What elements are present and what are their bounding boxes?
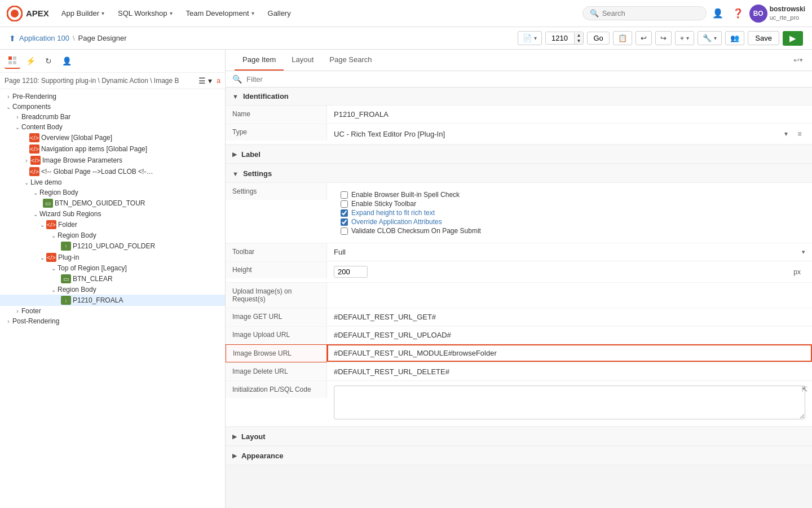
utilities-btn[interactable]: 🔧 ▾ [698, 31, 722, 45]
svg-rect-4 [8, 61, 12, 64]
prop-row-type: Type UC - Rich Text Editor Pro [Plug-In]… [226, 124, 812, 144]
tree-item-region-body-livedemo[interactable]: ⌄ Region Body [0, 187, 225, 198]
toolbar-select-arrow[interactable]: ▾ [802, 248, 805, 256]
checkbox-sticky-toolbar[interactable]: Enable Sticky Toolbar [341, 200, 798, 208]
page-type-btn[interactable]: 📄 ▾ [518, 31, 542, 45]
checkbox-expand-height[interactable]: Expand height to fit rich text [341, 209, 798, 217]
page-num-down[interactable]: ▼ [575, 38, 584, 44]
help-icon[interactable]: ❓ [729, 5, 747, 23]
checkbox-sticky-toolbar-input[interactable] [341, 200, 348, 208]
tree-item-top-region-legacy[interactable]: ⌄ Top of Region [Legacy] [0, 263, 225, 273]
prop-value-type[interactable]: UC - Rich Text Editor Pro [Plug-In] ▾ ≡ [327, 124, 812, 144]
nav-sql-workshop[interactable]: SQL Workshop ▾ [112, 6, 178, 21]
checkbox-spell-check[interactable]: Enable Browser Built-in Spell Check [341, 191, 798, 199]
checkbox-expand-height-input[interactable] [341, 209, 348, 217]
expand-textarea-icon[interactable]: ⇱ [802, 386, 807, 393]
tree-item-plugin[interactable]: ⌄ </> Plug-in [0, 252, 225, 263]
share-btn[interactable]: 📋 [613, 31, 632, 45]
refresh-icon[interactable]: ↻ [41, 53, 56, 69]
section-layout-header[interactable]: ▶ Layout [226, 428, 812, 446]
checkbox-validate-clob[interactable]: Validate CLOB Checksum On Page Submit [341, 227, 798, 235]
height-input[interactable] [334, 266, 368, 278]
tab-layout[interactable]: Layout [284, 50, 321, 71]
section-appearance-header[interactable]: ▶ Appearance [226, 447, 812, 465]
section-settings-header[interactable]: ▼ Settings [226, 165, 812, 183]
save-button[interactable]: Save [748, 31, 779, 45]
tree-item-live-demo[interactable]: ⌄ Live demo [0, 177, 225, 187]
tree-item-folder[interactable]: ⌄ </> Folder [0, 219, 225, 230]
type-select-list[interactable]: ≡ [794, 128, 805, 139]
nav-team-dev[interactable]: Team Development ▾ [180, 6, 260, 21]
section-label-header[interactable]: ▶ Label [226, 146, 812, 164]
person-icon[interactable]: 👤 [59, 53, 74, 69]
prop-label-upload-images: Upload Image(s) on Request(s) [226, 283, 327, 308]
checkbox-spell-check-input[interactable] [341, 191, 348, 199]
tree-item-clob[interactable]: </> <!-- Global Page -->Load CLOB <!-- d… [0, 166, 225, 177]
section-settings-title: Settings [243, 169, 272, 178]
tab-page-item[interactable]: Page Item [235, 50, 284, 71]
checkbox-validate-clob-input[interactable] [341, 227, 348, 235]
prop-value-image-get[interactable]: #DEFAULT_REST_URL_GET# [327, 308, 812, 326]
nav-app-builder[interactable]: App Builder ▾ [56, 6, 110, 21]
return-icon[interactable]: ↩ [793, 56, 800, 64]
add-btn[interactable]: + ▾ [675, 31, 695, 45]
chevron-icon: ⌄ [50, 233, 58, 239]
prop-value-init-code[interactable]: ⇱ [327, 381, 812, 426]
run-button[interactable]: ▶ [783, 31, 803, 46]
corner-arrow[interactable]: ▾ [800, 56, 803, 64]
prop-value-image-upload[interactable]: #DEFAULT_REST_URL_UPLOAD# [327, 326, 812, 344]
tree-item-image-browse-params[interactable]: › </> Image Browse Parameters [0, 155, 225, 166]
tree-item-overview[interactable]: </> Overview [Global Page] [0, 132, 225, 143]
breadcrumb-app-link[interactable]: Application 100 [19, 34, 69, 42]
shared-components-btn[interactable]: 👥 [725, 31, 744, 45]
utilities-arrow: ▾ [714, 35, 717, 41]
grid-view-icon[interactable] [5, 53, 20, 69]
init-code-textarea[interactable] [334, 386, 805, 419]
checkbox-override-app[interactable]: Override Application Attributes [341, 218, 798, 226]
search-box[interactable]: 🔍 [582, 6, 707, 20]
tree-item-region-body-folder[interactable]: ⌄ Region Body [0, 230, 225, 240]
checkbox-override-app-input[interactable] [341, 218, 348, 226]
redo-icon: ↪ [660, 34, 667, 42]
breadcrumb-sep: \ [73, 34, 75, 42]
go-button[interactable]: Go [587, 32, 609, 45]
tree-item-post-rendering[interactable]: › Post-Rendering [0, 316, 225, 326]
section-layout-title: Layout [241, 432, 266, 441]
tree-item-btn-clear[interactable]: ▭ BTN_CLEAR [0, 273, 225, 284]
apex-logo[interactable]: APEX [7, 6, 49, 21]
tree-item-btn-demo[interactable]: ▭ BTN_DEMO_GUIDED_TOUR [0, 198, 225, 209]
tag-icon[interactable]: a [217, 77, 220, 85]
tree-item-content-body[interactable]: ⌄ Content Body [0, 122, 225, 132]
notifications-icon[interactable]: 👤 [709, 5, 727, 23]
section-identification-header[interactable]: ▼ Identification [226, 87, 812, 106]
redo-btn[interactable]: ↪ [655, 31, 672, 45]
tree-item-footer[interactable]: › Footer [0, 306, 225, 316]
type-select-down[interactable]: ▾ [780, 128, 792, 139]
nav-gallery[interactable]: Gallery [262, 6, 297, 21]
prop-value-height[interactable]: px [327, 261, 812, 282]
page-num-up[interactable]: ▲ [575, 33, 584, 38]
prop-value-image-delete[interactable]: #DEFAULT_REST_URL_DELETE# [327, 363, 812, 380]
tab-page-search[interactable]: Page Search [321, 50, 379, 71]
tree-item-upload-folder[interactable]: ↑ P1210_UPLOAD_FOLDER [0, 240, 225, 252]
tree-item-pre-rendering[interactable]: › Pre-Rendering [0, 91, 225, 102]
page-num-input[interactable] [546, 32, 574, 44]
undo-btn[interactable]: ↩ [636, 31, 652, 45]
filter-input[interactable] [246, 75, 805, 84]
tree-item-nav-items[interactable]: </> Navigation app items [Global Page] [0, 143, 225, 155]
breadcrumb-bar: ⬆ Application 100 \ Page Designer 📄 ▾ ▲ … [0, 27, 812, 50]
tree-item-breadcrumb-bar[interactable]: › Breadcrumb Bar [0, 112, 225, 122]
prop-value-toolbar[interactable]: Full ▾ [327, 243, 812, 261]
tree-item-p1210-froala[interactable]: ↓ P1210_FROALA [0, 295, 225, 306]
expand-icon[interactable]: ▾ [208, 76, 212, 85]
lightning-icon[interactable]: ⚡ [23, 53, 38, 69]
tree-area: › Pre-Rendering ⌄ Components › Breadcrum… [0, 89, 225, 508]
menu-icon[interactable]: ☰ [198, 76, 206, 85]
search-input[interactable] [602, 9, 692, 17]
tree-item-components[interactable]: ⌄ Components [0, 102, 225, 112]
tree-item-wizard-sub[interactable]: ⌄ Wizard Sub Regions [0, 209, 225, 219]
tree-item-region-body-plugin[interactable]: ⌄ Region Body [0, 284, 225, 295]
avatar[interactable]: BO [749, 5, 767, 23]
prop-value-image-browse[interactable]: #DEFAULT_REST_URL_MODULE#browseFolder [327, 344, 812, 362]
prop-value-name[interactable]: P1210_FROALA [327, 106, 812, 123]
